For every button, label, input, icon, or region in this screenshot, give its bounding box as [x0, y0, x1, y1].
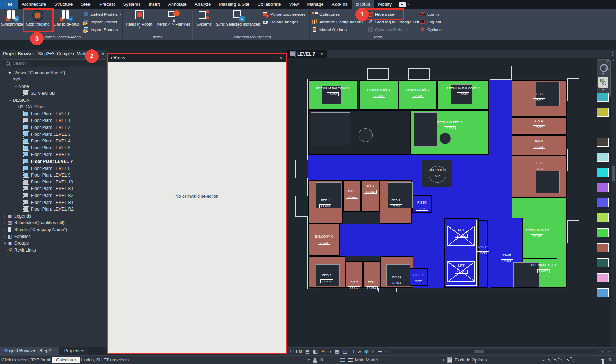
tree-item-design[interactable]: −DESIGN — [0, 97, 106, 104]
color-swatch-6[interactable] — [597, 183, 609, 192]
select-links-icon[interactable]: ∞ — [542, 357, 545, 363]
temporary-view-properties-icon[interactable]: ◉ — [364, 348, 368, 355]
tree-item-floor-plan-level-3[interactable]: Floor Plan: LEVEL 3 — [0, 131, 106, 138]
pan-zoom-icon[interactable]: ✛ — [378, 348, 382, 355]
ribbon-button-sync-selected-instances[interactable]: ↻Sync Selected Instances▾ — [215, 9, 261, 29]
ribbon-button-log-in[interactable]: Log in — [418, 10, 446, 18]
color-swatch-10[interactable] — [597, 243, 609, 252]
room-premium-e-s-2-l7-005[interactable]: PREMIUM E/S 2L7-005 — [399, 80, 437, 110]
tree-item-floor-plan-level-4[interactable]: Floor Plan: LEVEL 4 — [0, 138, 106, 145]
tree-expander-icon[interactable]: − — [8, 98, 13, 103]
ribbon-button-synchronize[interactable]: ↻Synchronize — [0, 9, 24, 26]
scroll-up-icon[interactable]: ▲ — [612, 59, 615, 62]
tree-item-floor-plan-level-2[interactable]: Floor Plan: LEVEL 2 — [0, 124, 106, 131]
tree-item-views-company-name[interactable]: −Views ("Company Name") — [0, 70, 106, 77]
tree-expander-icon[interactable]: + — [2, 234, 7, 239]
active-design-option[interactable]: Main Model — [355, 357, 378, 363]
close-icon[interactable]: ✕ — [101, 52, 105, 57]
tree-expander-icon[interactable]: + — [2, 227, 7, 232]
navbar-options-icon[interactable]: ≡ — [608, 94, 609, 97]
select-underlay-icon[interactable]: ↖✕ — [547, 357, 551, 363]
close-icon[interactable]: ✕ — [279, 55, 283, 60]
chevron-down-icon[interactable]: ▼ — [602, 88, 605, 92]
search-input[interactable] — [12, 60, 94, 66]
shadows-icon[interactable]: ◑ — [329, 348, 331, 355]
scroll-right-icon[interactable]: › — [602, 349, 603, 354]
menu-tab-file[interactable]: File — [0, 0, 18, 9]
active-workset-icon[interactable] — [313, 357, 317, 363]
menu-tab-systems[interactable]: Systems — [119, 0, 144, 9]
ribbon-button-link-to-drofus[interactable]: ∞Link to dRofus — [51, 9, 81, 26]
tree-item-none[interactable]: −None — [0, 83, 106, 90]
tree-item-floor-plan-level-r1[interactable]: Floor Plan: LEVEL R1 — [0, 199, 106, 206]
ribbon-button-start-log-to-change-list[interactable]: Start log to Change List — [366, 18, 418, 26]
drag-on-selection-icon[interactable]: ↖✛ — [566, 357, 570, 363]
worksharing-display-icon[interactable]: ⌂ — [372, 348, 375, 355]
close-icon[interactable]: ✕ — [606, 60, 609, 63]
scroll-left-icon[interactable]: ‹ — [385, 349, 387, 354]
resize-grip-icon[interactable]: ⋮⋮ — [606, 349, 613, 354]
ribbon-button-model-options[interactable]: Model Options — [310, 26, 366, 33]
ribbon-button-systems[interactable]: Systems — [193, 9, 215, 26]
menu-tab-massing-site[interactable]: Massing & Site — [215, 0, 253, 9]
room-riser-l7-025[interactable]: RISERL7-025 — [412, 195, 432, 213]
color-swatch-5[interactable] — [597, 168, 609, 177]
scrollbar-thumb[interactable] — [612, 166, 615, 181]
tree-expander-icon[interactable]: − — [13, 105, 18, 109]
room-riser-l7-027[interactable]: RISERL7-027 — [478, 220, 488, 288]
menu-tab-steel[interactable]: Steel — [77, 0, 96, 9]
ribbon-button-stop-tracking[interactable]: Stop tracking — [24, 9, 51, 26]
menu-tab-annotate[interactable]: Annotate — [164, 0, 191, 9]
filter-icon[interactable] — [601, 359, 605, 361]
tree-item-02-ga-plans[interactable]: −02_GA_Plans — [0, 104, 106, 111]
ribbon-button-upload-images[interactable]: Upload Images — [261, 18, 309, 26]
tree-expander-icon[interactable]: + — [2, 220, 7, 225]
menu-tab-structure[interactable]: Structure — [50, 0, 77, 9]
tree-item-floor-plan-level-0[interactable]: Floor Plan: LEVEL 0 — [0, 111, 106, 118]
tree-item-floor-plan-level-1[interactable]: Floor Plan: LEVEL 1 — [0, 117, 106, 124]
ribbon-button-items-in-room[interactable]: Items in Room▾ — [123, 9, 155, 29]
menu-tab-architecture[interactable]: Architecture — [18, 0, 50, 9]
chevron-down-icon[interactable]: ▼ — [442, 358, 445, 362]
detail-level-icon[interactable]: ▤ — [305, 348, 310, 355]
tree-item-legends[interactable]: +▤Legends — [0, 212, 106, 219]
color-swatch-12[interactable] — [597, 273, 609, 282]
panel-tab-properties[interactable]: Properties — [60, 347, 89, 355]
ribbon-button-import-spaces[interactable]: Import Spaces — [81, 26, 122, 33]
view-tab-level7[interactable]: LEVEL 7 ✕ — [287, 50, 327, 58]
room-lift-l7-023[interactable]: LIFTL7-023 — [447, 261, 475, 282]
tree-item-3d-view-3d[interactable]: 3D View: 3D — [0, 90, 106, 97]
ribbon-button-items-families[interactable]: ▲Items <-> Families — [155, 9, 192, 26]
chevron-down-icon[interactable]: ▼ — [602, 72, 605, 75]
ribbon-button-purge-occurrences[interactable]: Purge occurrences — [261, 10, 309, 18]
menu-tab-modify[interactable]: Modify — [374, 0, 396, 9]
show-crop-region-icon[interactable]: ◳ — [342, 348, 347, 355]
ribbon-button-hide-panel[interactable]: Hide panel — [366, 10, 418, 18]
menu-tab-view[interactable]: View — [285, 0, 303, 9]
color-swatch-3[interactable] — [597, 138, 609, 147]
tree-item-floor-plan-level-b1[interactable]: Floor Plan: LEVEL B1 — [0, 185, 106, 192]
color-swatch-9[interactable] — [597, 228, 609, 237]
view-scale[interactable]: 1 : 100 — [290, 349, 302, 354]
tree-expander-icon[interactable]: + — [2, 214, 7, 218]
room-e-s-6-l7-020[interactable]: E/S 6L7-020 — [511, 117, 566, 135]
panel-tab-project-browser-step2[interactable]: Project Browser - Step2... — [0, 347, 59, 355]
color-swatch-1[interactable] — [597, 108, 609, 117]
tree-expander-icon[interactable]: − — [13, 84, 18, 89]
ribbon-button-linked-models[interactable]: Linked Models▾ — [81, 10, 122, 18]
tree-item-families[interactable]: +◧Families — [0, 233, 106, 240]
tree-item-groups[interactable]: +▣Groups — [0, 240, 106, 247]
color-swatch-7[interactable] — [597, 198, 609, 207]
select-pinned-icon[interactable]: ↖⊥ — [554, 357, 558, 363]
tree-item-floor-plan-level-b2[interactable]: Floor Plan: LEVEL B2 — [0, 192, 106, 199]
ribbon-button-import-rooms[interactable]: Import Rooms — [81, 18, 122, 26]
menu-tab-collaborate[interactable]: Collaborate — [254, 0, 285, 9]
visual-style-icon[interactable]: ◧ — [313, 348, 318, 355]
tree-expander-icon[interactable]: + — [2, 241, 7, 245]
crop-view-icon[interactable]: ▦ — [335, 348, 339, 355]
room-premium-e-s-1-l7-002[interactable]: PREMIUM E/S 1L7-002 — [359, 80, 399, 110]
room-e-s-2-l7-012[interactable]: E/S 2L7-012 — [361, 180, 380, 212]
chevron-down-icon[interactable]: ▾ — [407, 3, 409, 6]
ribbon-button-options[interactable]: Options — [418, 26, 446, 33]
ribbon-button-log-out[interactable]: Log out — [418, 18, 446, 26]
